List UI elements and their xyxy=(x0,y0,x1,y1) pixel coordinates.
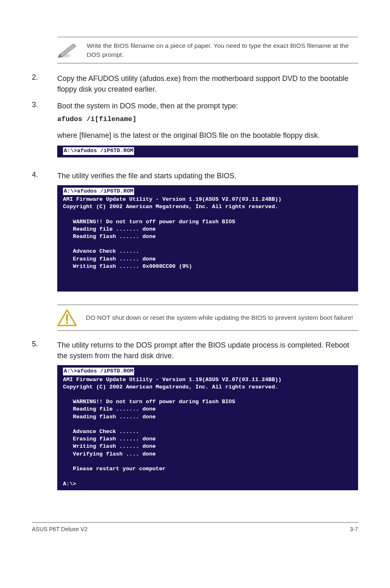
step-body: Copy the AFUDOS utility (afudos.exe) fro… xyxy=(57,73,358,94)
step-4: 4. The utility verifies the file and sta… xyxy=(32,171,358,299)
step-text: The utility verifies the file and starts… xyxy=(57,172,236,180)
note-text: Write the BIOS filename on a piece of pa… xyxy=(87,41,358,59)
step-number: 3. xyxy=(32,101,43,165)
steps-list-2: 5. The utility returns to the DOS prompt… xyxy=(32,340,358,498)
page-footer: ASUS P6T Deluxe V2 3-7 xyxy=(32,522,358,532)
steps-list: 2. Copy the AFUDOS utility (afudos.exe) … xyxy=(32,73,358,299)
code-inline: afudos /i[filename] xyxy=(57,114,358,125)
step-text: The utility returns to the DOS prompt af… xyxy=(57,341,349,360)
terminal-output-1: A:\>afudos /iP6TD.ROM xyxy=(57,146,358,157)
step-body: The utility verifies the file and starts… xyxy=(57,171,358,299)
step-body: The utility returns to the DOS prompt af… xyxy=(57,340,358,498)
footer-right: 3-7 xyxy=(350,526,358,532)
warning-text: DO NOT shut down or reset the system whi… xyxy=(86,313,358,322)
step-text: Boot the system in DOS mode, then at the… xyxy=(57,102,238,110)
terminal-output-3: A:\>afudos /iP6TD.ROM AMI Firmware Updat… xyxy=(57,365,358,490)
warning-row: DO NOT shut down or reset the system whi… xyxy=(57,305,358,331)
terminal-rest: AMI Firmware Update Utility - Version 1.… xyxy=(63,196,282,269)
step-3: 3. Boot the system in DOS mode, then at … xyxy=(32,101,358,165)
svg-point-6 xyxy=(66,322,68,324)
terminal-output-2: A:\>afudos /iP6TD.ROM AMI Firmware Updat… xyxy=(57,185,358,292)
terminal-first-line: A:\>afudos /iP6TD.ROM xyxy=(63,147,134,155)
step-5: 5. The utility returns to the DOS prompt… xyxy=(32,340,358,498)
pencil-note-icon xyxy=(57,42,78,58)
note-row: Write the BIOS filename on a piece of pa… xyxy=(57,37,358,63)
terminal-first-line: A:\>afudos /iP6TD.ROM xyxy=(63,188,134,195)
terminal-first-line: A:\>afudos /iP6TD.ROM xyxy=(63,368,134,375)
warning-triangle-icon xyxy=(57,309,77,326)
step-paragraph: where [filename] is the latest or the or… xyxy=(57,130,358,141)
step-body: Boot the system in DOS mode, then at the… xyxy=(57,101,358,165)
step-number: 5. xyxy=(32,340,43,498)
step-2: 2. Copy the AFUDOS utility (afudos.exe) … xyxy=(32,73,358,94)
terminal-rest: AMI Firmware Update Utility - Version 1.… xyxy=(63,377,282,487)
footer-left: ASUS P6T Deluxe V2 xyxy=(32,526,87,532)
step-number: 2. xyxy=(32,73,43,94)
step-number: 4. xyxy=(32,171,43,299)
